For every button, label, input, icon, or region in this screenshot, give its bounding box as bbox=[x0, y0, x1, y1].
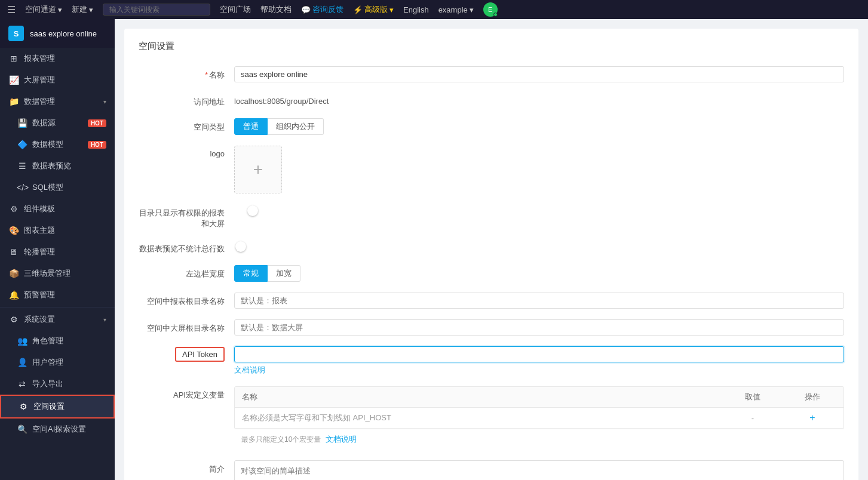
space-type-row: 空间类型 普通 组织内公开 bbox=[139, 118, 844, 135]
description-row: 简介 bbox=[139, 460, 844, 480]
api-token-control: 文档说明 bbox=[234, 346, 844, 376]
hamburger-icon[interactable]: ☰ bbox=[7, 4, 16, 16]
description-control bbox=[234, 460, 844, 480]
logo-upload-btn[interactable]: + bbox=[234, 146, 282, 193]
search-input[interactable] bbox=[103, 4, 210, 16]
api-token-label-cell: API Token bbox=[139, 346, 234, 359]
sidebar-item-data-mgmt[interactable]: 📁 数据管理 ▾ bbox=[0, 91, 115, 112]
api-token-doc-link[interactable]: 文档说明 bbox=[234, 365, 265, 374]
sidebar-item-data-preview[interactable]: ☰ 数据表预览 bbox=[0, 155, 115, 177]
gear-icon: ⚙ bbox=[18, 402, 29, 411]
space-type-public-btn[interactable]: 组织内公开 bbox=[268, 118, 324, 135]
hot-badge: HOT bbox=[88, 119, 106, 127]
access-url-label: 访问地址 bbox=[139, 93, 234, 107]
space-type-normal-btn[interactable]: 普通 bbox=[234, 118, 268, 135]
api-token-label-box: API Token bbox=[175, 347, 225, 362]
sidebar-item-report-mgmt[interactable]: ⊞ 报表管理 bbox=[0, 48, 115, 69]
chart-icon: 📈 bbox=[8, 75, 19, 85]
sidebar-width-row: 左边栏宽度 常规 加宽 bbox=[139, 265, 844, 282]
brand-icon: S bbox=[8, 26, 24, 41]
add-icon[interactable]: + bbox=[809, 413, 815, 423]
screen-dir-label: 空间中大屏根目录名称 bbox=[139, 319, 234, 334]
macro-placeholder-text: 名称必须是大写字母和下划线如 API_HOST bbox=[242, 413, 717, 423]
space-type-label: 空间类型 bbox=[139, 118, 234, 133]
sidebar-item-label: 数据模型 bbox=[32, 139, 83, 150]
chevron-down-icon: ▾ bbox=[58, 5, 62, 14]
sidebar-item-label: 图表主题 bbox=[24, 225, 106, 236]
space-channel-btn[interactable]: 空间通道 ▾ bbox=[25, 4, 62, 15]
sidebar-item-datasource[interactable]: 💾 数据源 HOT bbox=[0, 112, 115, 134]
sidebar-item-label: 用户管理 bbox=[32, 357, 106, 368]
sidebar-item-component-template[interactable]: ⚙ 组件模板 bbox=[0, 198, 115, 220]
cube-icon: 📦 bbox=[8, 269, 19, 278]
hot-badge: HOT bbox=[88, 141, 106, 149]
online-indicator bbox=[493, 13, 498, 17]
brand-name: saas explore online bbox=[30, 29, 97, 38]
consult-feedback-btn[interactable]: 💬 咨询反馈 bbox=[301, 4, 343, 15]
directory-label: 目录只显示有权限的报表和大屏 bbox=[139, 204, 234, 229]
sidebar-item-label: 数据表预览 bbox=[32, 161, 106, 171]
report-dir-control bbox=[234, 293, 844, 309]
sidebar-item-system-settings[interactable]: ⚙ 系统设置 ▾ bbox=[0, 309, 115, 330]
new-btn[interactable]: 新建 ▾ bbox=[72, 4, 93, 15]
sidebar-item-label: 组件模板 bbox=[24, 204, 106, 214]
sidebar-item-label: 数据源 bbox=[32, 118, 83, 128]
sidebar-item-role-mgmt[interactable]: 👥 角色管理 bbox=[0, 330, 115, 352]
access-url-value: localhost:8085/group/Direct bbox=[234, 93, 844, 106]
api-token-input[interactable] bbox=[234, 346, 844, 362]
report-dir-row: 空间中报表根目录名称 bbox=[139, 293, 844, 309]
required-star: * bbox=[205, 70, 208, 79]
sidebar-item-data-model[interactable]: 🔷 数据模型 HOT bbox=[0, 134, 115, 155]
report-dir-input[interactable] bbox=[234, 293, 844, 309]
space-type-control: 普通 组织内公开 bbox=[234, 118, 844, 135]
transfer-icon: ⇄ bbox=[17, 379, 27, 389]
access-url-control: localhost:8085/group/Direct bbox=[234, 93, 844, 106]
sidebar-width-label: 左边栏宽度 bbox=[139, 265, 234, 279]
macro-col-value-header: 取值 bbox=[717, 392, 789, 402]
chevron-down-icon: ▾ bbox=[103, 316, 106, 323]
sidebar-normal-btn[interactable]: 常规 bbox=[234, 265, 268, 282]
sidebar-item-alert-mgmt[interactable]: 🔔 预警管理 bbox=[0, 284, 115, 306]
sidebar-item-3d-scene[interactable]: 📦 三维场景管理 bbox=[0, 263, 115, 284]
macro-footer: 最多只能定义10个宏变量 文档说明 bbox=[234, 429, 844, 450]
data-preview-row: 数据表预览不统计总行数 bbox=[139, 240, 844, 254]
avatar[interactable]: E bbox=[483, 2, 498, 17]
space-market-btn[interactable]: 空间广场 bbox=[220, 4, 251, 15]
name-row: *名称 bbox=[139, 66, 844, 82]
sidebar-item-carousel-mgmt[interactable]: 🖥 轮播管理 bbox=[0, 241, 115, 263]
access-url-row: 访问地址 localhost:8085/group/Direct bbox=[139, 93, 844, 107]
grid-icon: ⊞ bbox=[8, 54, 19, 63]
advanced-btn[interactable]: ⚡ 高级版 ▾ bbox=[353, 4, 394, 15]
sidebar-item-user-mgmt[interactable]: 👤 用户管理 bbox=[0, 352, 115, 373]
sidebar-item-sql-model[interactable]: </> SQL模型 bbox=[0, 177, 115, 198]
toggle-thumb bbox=[247, 205, 258, 216]
sidebar-item-screen-mgmt[interactable]: 📈 大屏管理 bbox=[0, 69, 115, 91]
sidebar-item-import-export[interactable]: ⇄ 导入导出 bbox=[0, 373, 115, 395]
user-menu-btn[interactable]: example ▾ bbox=[438, 5, 474, 14]
description-textarea[interactable] bbox=[234, 460, 844, 480]
macro-add-action: + bbox=[789, 413, 836, 423]
sidebar-brand[interactable]: S saas explore online bbox=[0, 19, 115, 48]
name-input[interactable] bbox=[234, 66, 844, 82]
chevron-down-icon: ▾ bbox=[103, 99, 106, 105]
bell-icon: 🔔 bbox=[8, 290, 19, 300]
sidebar-item-space-ai[interactable]: 🔍 空间AI探索设置 bbox=[0, 419, 115, 440]
main-content: 空间设置 *名称 访问地址 localhost:8085/group/Direc… bbox=[115, 19, 868, 480]
macro-col-action-header: 操作 bbox=[789, 392, 836, 402]
sidebar-width-control: 常规 加宽 bbox=[234, 265, 844, 282]
sidebar-wide-btn[interactable]: 加宽 bbox=[268, 265, 300, 282]
help-docs-btn[interactable]: 帮助文档 bbox=[260, 4, 292, 15]
sidebar-item-chart-theme[interactable]: 🎨 图表主题 bbox=[0, 220, 115, 241]
toggle-thumb bbox=[235, 241, 246, 252]
language-btn[interactable]: English bbox=[403, 5, 429, 14]
sidebar-item-label: 轮播管理 bbox=[24, 247, 106, 257]
sidebar-item-space-settings[interactable]: ⚙ 空间设置 bbox=[0, 395, 115, 419]
macro-table: 名称 取值 操作 名称必须是大写字母和下划线如 API_HOST - + bbox=[234, 386, 844, 429]
sidebar-item-label: 预警管理 bbox=[24, 290, 106, 300]
monitor-icon: 🖥 bbox=[8, 247, 19, 257]
macro-table-header: 名称 取值 操作 bbox=[235, 387, 844, 408]
screen-dir-input[interactable] bbox=[234, 319, 844, 336]
macro-doc-link[interactable]: 文档说明 bbox=[326, 435, 357, 444]
logo-row: logo + bbox=[139, 146, 844, 193]
sidebar-item-label: 空间设置 bbox=[33, 401, 105, 412]
